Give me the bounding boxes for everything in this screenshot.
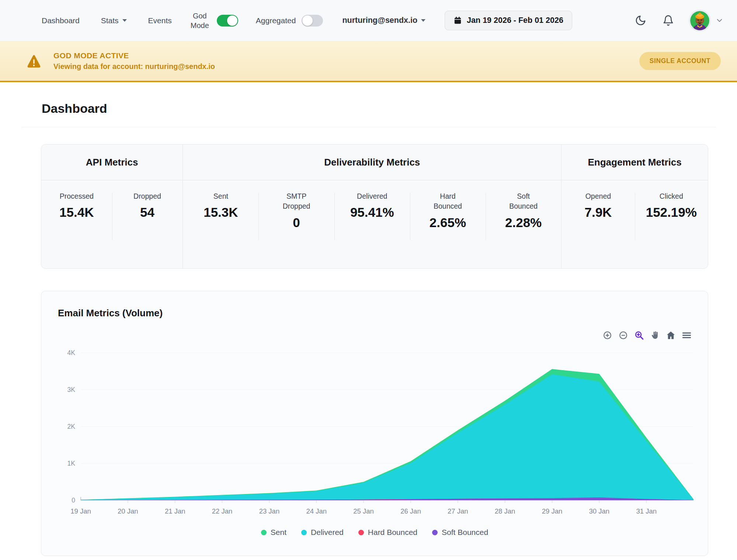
zoom-out-icon[interactable] xyxy=(618,330,628,340)
x-axis-label: 24 Jan xyxy=(306,507,327,515)
stat-label: Sent xyxy=(200,191,242,201)
stat-label: Opened xyxy=(577,191,619,201)
page-header: Dashboard xyxy=(21,82,716,127)
legend-item-soft-bounced[interactable]: Soft Bounced xyxy=(432,528,488,537)
stat-label: Clicked xyxy=(650,191,692,201)
stat-label: Hard Bounced xyxy=(427,191,469,212)
page-title: Dashboard xyxy=(42,101,695,116)
x-axis-label: 23 Jan xyxy=(259,507,280,515)
aggregated-toggle[interactable] xyxy=(302,15,323,27)
legend-dot xyxy=(261,530,267,535)
date-range-label: Jan 19 2026 - Feb 01 2026 xyxy=(467,16,563,25)
user-avatar[interactable] xyxy=(689,10,711,32)
top-nav: Dashboard Stats Events God Mode Aggregat… xyxy=(0,0,737,41)
stat-label: Soft Bounced xyxy=(503,191,545,212)
god-mode-toggle[interactable] xyxy=(217,15,238,27)
stat-label: Dropped xyxy=(126,191,168,201)
moon-icon xyxy=(635,15,646,26)
chart-toolbar xyxy=(602,330,692,340)
legend-label: Sent xyxy=(271,528,286,537)
nav-link-label: Dashboard xyxy=(42,16,80,25)
chevron-down-icon xyxy=(122,19,127,22)
toggle-knob xyxy=(227,15,237,26)
metrics-group-body: Opened 7.9K Clicked 152.19% xyxy=(562,180,708,268)
stat-value: 7.9K xyxy=(562,205,635,220)
chart-title: Email Metrics (Volume) xyxy=(58,307,163,319)
metrics-group-title: Engagement Metrics xyxy=(562,145,708,180)
stat-label: Delivered xyxy=(351,191,393,201)
stat-delivered: Delivered 95.41% xyxy=(334,191,410,268)
stat-value: 0 xyxy=(258,215,334,230)
toggle-knob xyxy=(302,15,313,26)
selection-zoom-icon[interactable] xyxy=(634,330,644,340)
stat-label: SMTP Dropped xyxy=(275,191,317,212)
stat-sent: Sent 15.3K xyxy=(183,191,258,268)
legend-dot xyxy=(358,530,364,535)
chevron-down-icon xyxy=(421,19,425,22)
legend-label: Delivered xyxy=(311,528,344,537)
stat-dropped: Dropped 54 xyxy=(112,191,183,268)
account-selector[interactable]: nurturing@sendx.io xyxy=(342,16,425,25)
metrics-group-api: API Metrics Processed 15.4K Dropped 54 xyxy=(41,145,182,268)
stat-smtp-dropped: SMTP Dropped 0 xyxy=(258,191,334,268)
nav-link-events[interactable]: Events xyxy=(148,16,172,25)
x-axis-label: 25 Jan xyxy=(353,507,374,515)
x-axis-label: 21 Jan xyxy=(165,507,185,515)
x-axis-label: 29 Jan xyxy=(542,507,563,515)
metrics-card: API Metrics Processed 15.4K Dropped 54 D… xyxy=(41,144,708,269)
nav-link-label: Events xyxy=(148,16,172,25)
nav-link-label: Stats xyxy=(101,16,119,25)
stat-value: 95.41% xyxy=(334,205,410,220)
stat-hard-bounced: Hard Bounced 2.65% xyxy=(410,191,486,268)
nav-link-dashboard[interactable]: Dashboard xyxy=(42,16,80,25)
legend-dot xyxy=(301,530,307,535)
profile-menu-button[interactable] xyxy=(715,16,724,25)
x-axis-label: 28 Jan xyxy=(495,507,515,515)
stat-value: 15.3K xyxy=(183,205,258,220)
home-icon[interactable] xyxy=(666,330,676,340)
x-axis-label: 31 Jan xyxy=(636,507,657,515)
email-metrics-chart[interactable]: 4K3K2K1K019 Jan20 Jan21 Jan22 Jan23 Jan2… xyxy=(41,340,708,517)
chart-legend: SentDeliveredHard BouncedSoft Bounced xyxy=(41,528,708,537)
x-axis-label: 27 Jan xyxy=(448,507,468,515)
x-axis-label: 22 Jan xyxy=(212,507,233,515)
aggregated-label: Aggregated xyxy=(256,16,296,25)
y-axis-label: 2K xyxy=(67,423,76,430)
x-axis-label: 26 Jan xyxy=(400,507,421,515)
pan-icon[interactable] xyxy=(650,330,660,340)
banner-title: GOD MODE ACTIVE xyxy=(53,51,215,60)
legend-dot xyxy=(432,530,438,535)
banner-subtitle: Viewing data for account: nurturing@send… xyxy=(53,62,215,71)
metrics-group-body: Processed 15.4K Dropped 54 xyxy=(41,180,182,268)
god-mode-banner: GOD MODE ACTIVE Viewing data for account… xyxy=(0,41,737,82)
legend-label: Hard Bounced xyxy=(368,528,417,537)
legend-item-delivered[interactable]: Delivered xyxy=(301,528,344,537)
stat-label: Processed xyxy=(56,191,98,201)
x-axis-label: 30 Jan xyxy=(589,507,610,515)
date-range-picker[interactable]: Jan 19 2026 - Feb 01 2026 xyxy=(445,11,572,30)
god-mode-label: God Mode xyxy=(190,11,210,30)
zoom-in-icon[interactable] xyxy=(602,330,612,340)
x-axis-label: 19 Jan xyxy=(70,507,91,515)
stat-clicked: Clicked 152.19% xyxy=(635,191,708,268)
dark-mode-button[interactable] xyxy=(635,15,646,26)
nav-link-stats[interactable]: Stats xyxy=(101,16,127,25)
metrics-group-title: API Metrics xyxy=(41,145,182,180)
stat-value: 152.19% xyxy=(635,205,708,220)
stat-value: 15.4K xyxy=(41,205,112,220)
y-axis-label: 0 xyxy=(72,497,75,504)
notifications-button[interactable] xyxy=(663,15,674,26)
legend-label: Soft Bounced xyxy=(442,528,488,537)
legend-item-hard-bounced[interactable]: Hard Bounced xyxy=(358,528,417,537)
email-metrics-plot: 4K3K2K1K019 Jan20 Jan21 Jan22 Jan23 Jan2… xyxy=(41,340,708,517)
bell-icon xyxy=(663,15,674,26)
stat-value: 2.65% xyxy=(410,215,486,230)
account-email: nurturing@sendx.io xyxy=(342,16,417,25)
stat-value: 2.28% xyxy=(486,215,561,230)
menu-icon[interactable] xyxy=(682,330,692,340)
legend-item-sent[interactable]: Sent xyxy=(261,528,286,537)
area-delivered xyxy=(81,374,693,500)
chevron-down-icon xyxy=(715,16,724,25)
email-metrics-card: Email Metrics (Volume) 4K3K2K1K019 Jan20… xyxy=(41,291,708,556)
stat-processed: Processed 15.4K xyxy=(41,191,112,268)
